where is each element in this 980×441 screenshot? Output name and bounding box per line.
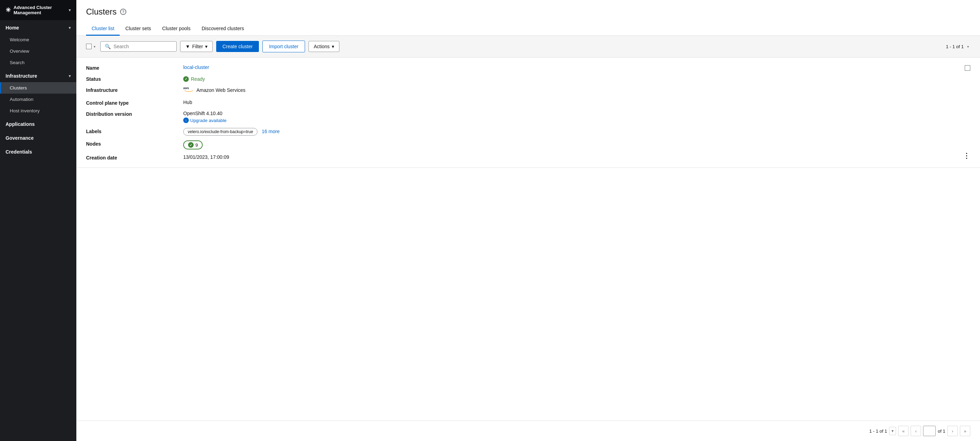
distribution-version-text: OpenShift 4.10.40 xyxy=(183,111,970,116)
sidebar-section-infrastructure[interactable]: Infrastructure ▾ xyxy=(0,68,76,82)
app-title: Advanced Cluster Management xyxy=(14,5,66,15)
name-label: Name xyxy=(86,65,183,71)
sidebar-item-credentials[interactable]: Credentials xyxy=(0,144,76,158)
pagination-of-label: of 1 xyxy=(938,428,945,434)
svg-text:aws: aws xyxy=(183,87,189,90)
actions-label: Actions xyxy=(314,44,330,49)
sidebar-section-home[interactable]: Home ▾ xyxy=(0,20,76,34)
creation-date-value: 13/01/2023, 17:00:09 xyxy=(183,154,970,160)
app-title-chevron-icon: ▾ xyxy=(69,8,71,13)
cluster-card: Name local-cluster Status Ready Infrastr… xyxy=(76,57,980,168)
distribution-version-value: OpenShift 4.10.40 ↑ Upgrade available xyxy=(183,111,970,123)
name-value: local-cluster xyxy=(183,65,970,71)
app-logo-icon: ✳ xyxy=(6,6,11,14)
sidebar-nav: Home ▾ Welcome Overview Search Infrastru… xyxy=(0,20,76,441)
nodes-value: ✓ 9 xyxy=(183,140,970,149)
select-all-checkbox[interactable] xyxy=(86,44,92,49)
import-cluster-button[interactable]: Import cluster xyxy=(262,41,305,52)
sidebar-item-applications[interactable]: Applications xyxy=(0,116,76,130)
pagination-first-btn[interactable]: « xyxy=(898,426,908,436)
tab-cluster-pools[interactable]: Cluster pools xyxy=(156,22,196,36)
sidebar-item-governance[interactable]: Governance xyxy=(0,130,76,144)
upgrade-available-link[interactable]: ↑ Upgrade available xyxy=(183,117,227,123)
tabs: Cluster list Cluster sets Cluster pools … xyxy=(86,22,970,35)
create-cluster-button[interactable]: Create cluster xyxy=(216,41,259,52)
cluster-list-area: Name local-cluster Status Ready Infrastr… xyxy=(76,57,980,420)
sidebar-item-automation[interactable]: Automation xyxy=(0,94,76,105)
help-icon[interactable]: ? xyxy=(120,9,126,15)
sidebar-section-infrastructure-chevron: ▾ xyxy=(69,74,71,78)
infrastructure-label: Infrastructure xyxy=(86,87,183,93)
status-value: Ready xyxy=(183,76,970,82)
distribution-version-label: Distribution version xyxy=(86,111,183,117)
search-icon: 🔍 xyxy=(105,44,111,49)
pagination-range-dropdown[interactable]: ▾ xyxy=(889,427,896,435)
sidebar-item-clusters[interactable]: Clusters xyxy=(0,82,76,94)
pagination-range-footer: 1 - 1 of 1 xyxy=(869,428,887,434)
sidebar-item-search[interactable]: Search xyxy=(0,57,76,68)
upgrade-icon: ↑ xyxy=(183,117,189,123)
sidebar-item-host-inventory[interactable]: Host inventory xyxy=(0,105,76,116)
status-text: Ready xyxy=(191,76,205,82)
label-tag: velero.io/exclude-from-backup=true xyxy=(183,128,258,136)
more-labels-link[interactable]: 16 more xyxy=(262,128,279,134)
aws-logo: aws Amazon Web Services xyxy=(183,87,245,94)
filter-dropdown-icon: ▾ xyxy=(205,44,207,49)
tab-cluster-list[interactable]: Cluster list xyxy=(86,22,120,36)
aws-icon: aws xyxy=(183,87,194,94)
pagination-range-text: 1 - 1 of 1 xyxy=(946,44,964,49)
nodes-check-icon: ✓ xyxy=(188,142,194,148)
cluster-detail-grid: Name local-cluster Status Ready Infrastr… xyxy=(86,65,970,160)
pagination-footer: 1 - 1 of 1 ▾ « ‹ 1 of 1 › » xyxy=(76,420,980,441)
control-plane-type-label: Control plane type xyxy=(86,100,183,106)
status-label: Status xyxy=(86,76,183,82)
pagination-per-page-btn[interactable]: ▾ xyxy=(966,44,970,49)
sidebar-section-home-label: Home xyxy=(6,25,19,30)
sidebar-section-infrastructure-label: Infrastructure xyxy=(6,73,37,79)
pagination-page-input[interactable]: 1 xyxy=(923,426,935,436)
status-dot-icon xyxy=(183,76,189,82)
tab-discovered-clusters[interactable]: Discovered clusters xyxy=(196,22,250,36)
filter-label: Filter xyxy=(192,44,203,49)
cluster-name-link[interactable]: local-cluster xyxy=(183,65,209,70)
labels-label: Labels xyxy=(86,128,183,134)
status-badge: Ready xyxy=(183,76,205,82)
nodes-badge[interactable]: ✓ 9 xyxy=(183,140,203,149)
actions-button[interactable]: Actions ▾ xyxy=(309,41,339,52)
creation-date-label: Creation date xyxy=(86,154,183,160)
search-input[interactable] xyxy=(113,44,169,49)
control-plane-type-value: Hub xyxy=(183,100,970,106)
pagination-next-btn[interactable]: › xyxy=(947,426,958,436)
pagination-summary: 1 - 1 of 1 ▾ xyxy=(946,44,970,49)
page-header: Clusters ? Cluster list Cluster sets Clu… xyxy=(76,0,980,36)
cluster-kebab-menu[interactable]: ⋮ xyxy=(963,152,970,160)
nodes-count-text: 9 xyxy=(196,143,198,148)
app-title-header[interactable]: ✳ Advanced Cluster Management ▾ xyxy=(0,0,76,20)
sidebar-item-overview[interactable]: Overview xyxy=(0,45,76,57)
infrastructure-provider-text: Amazon Web Services xyxy=(196,87,245,93)
sidebar-item-welcome[interactable]: Welcome xyxy=(0,34,76,45)
cluster-checkbox[interactable] xyxy=(965,65,970,71)
labels-value: velero.io/exclude-from-backup=true 16 mo… xyxy=(183,128,970,136)
search-box[interactable]: 🔍 xyxy=(100,41,177,52)
sidebar-section-home-chevron: ▾ xyxy=(69,25,71,30)
filter-button[interactable]: ▼ Filter ▾ xyxy=(180,41,213,52)
infrastructure-value: aws Amazon Web Services xyxy=(183,87,970,95)
pagination-prev-btn[interactable]: ‹ xyxy=(911,426,921,436)
upgrade-label-text: Upgrade available xyxy=(190,118,227,123)
tab-cluster-sets[interactable]: Cluster sets xyxy=(120,22,156,36)
page-title: Clusters xyxy=(86,7,116,17)
sidebar: ✳ Advanced Cluster Management ▾ Home ▾ W… xyxy=(0,0,76,441)
nodes-label: Nodes xyxy=(86,140,183,147)
toolbar: ▾ 🔍 ▼ Filter ▾ Create cluster Import clu… xyxy=(76,36,980,57)
select-all-dropdown-btn[interactable]: ▾ xyxy=(92,44,97,49)
select-all-checkbox-group: ▾ xyxy=(86,44,97,49)
main-content: Clusters ? Cluster list Cluster sets Clu… xyxy=(76,0,980,441)
filter-icon: ▼ xyxy=(185,44,190,49)
page-title-row: Clusters ? xyxy=(86,7,970,17)
actions-chevron-icon: ▾ xyxy=(332,44,334,49)
pagination-last-btn[interactable]: » xyxy=(960,426,970,436)
